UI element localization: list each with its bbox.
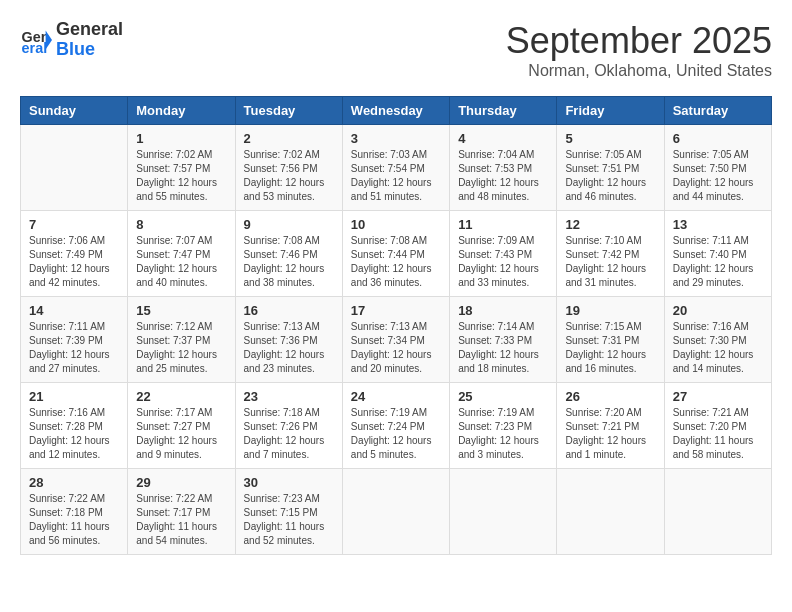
day-number: 6 [673, 131, 763, 146]
day-info: Sunrise: 7:15 AMSunset: 7:31 PMDaylight:… [565, 320, 655, 376]
calendar-title: September 2025 [506, 20, 772, 62]
day-info: Sunrise: 7:11 AMSunset: 7:39 PMDaylight:… [29, 320, 119, 376]
day-info: Sunrise: 7:16 AMSunset: 7:28 PMDaylight:… [29, 406, 119, 462]
calendar-cell: 19Sunrise: 7:15 AMSunset: 7:31 PMDayligh… [557, 297, 664, 383]
calendar-cell: 12Sunrise: 7:10 AMSunset: 7:42 PMDayligh… [557, 211, 664, 297]
day-info: Sunrise: 7:14 AMSunset: 7:33 PMDaylight:… [458, 320, 548, 376]
calendar-cell: 11Sunrise: 7:09 AMSunset: 7:43 PMDayligh… [450, 211, 557, 297]
calendar-cell: 3Sunrise: 7:03 AMSunset: 7:54 PMDaylight… [342, 125, 449, 211]
day-number: 18 [458, 303, 548, 318]
calendar-cell [557, 469, 664, 555]
day-number: 8 [136, 217, 226, 232]
day-info: Sunrise: 7:13 AMSunset: 7:34 PMDaylight:… [351, 320, 441, 376]
calendar-subtitle: Norman, Oklahoma, United States [506, 62, 772, 80]
page-header: Gen eral General Blue September 2025 Nor… [20, 20, 772, 80]
day-info: Sunrise: 7:04 AMSunset: 7:53 PMDaylight:… [458, 148, 548, 204]
week-row-5: 28Sunrise: 7:22 AMSunset: 7:18 PMDayligh… [21, 469, 772, 555]
day-number: 16 [244, 303, 334, 318]
calendar-cell [664, 469, 771, 555]
day-number: 23 [244, 389, 334, 404]
day-info: Sunrise: 7:11 AMSunset: 7:40 PMDaylight:… [673, 234, 763, 290]
day-number: 2 [244, 131, 334, 146]
day-info: Sunrise: 7:08 AMSunset: 7:46 PMDaylight:… [244, 234, 334, 290]
day-info: Sunrise: 7:12 AMSunset: 7:37 PMDaylight:… [136, 320, 226, 376]
calendar-cell: 18Sunrise: 7:14 AMSunset: 7:33 PMDayligh… [450, 297, 557, 383]
day-info: Sunrise: 7:21 AMSunset: 7:20 PMDaylight:… [673, 406, 763, 462]
day-number: 29 [136, 475, 226, 490]
day-info: Sunrise: 7:22 AMSunset: 7:17 PMDaylight:… [136, 492, 226, 548]
calendar-cell: 20Sunrise: 7:16 AMSunset: 7:30 PMDayligh… [664, 297, 771, 383]
calendar-cell: 8Sunrise: 7:07 AMSunset: 7:47 PMDaylight… [128, 211, 235, 297]
day-info: Sunrise: 7:10 AMSunset: 7:42 PMDaylight:… [565, 234, 655, 290]
logo-blue: Blue [56, 40, 123, 60]
calendar-cell: 13Sunrise: 7:11 AMSunset: 7:40 PMDayligh… [664, 211, 771, 297]
logo: Gen eral General Blue [20, 20, 123, 60]
calendar-table: SundayMondayTuesdayWednesdayThursdayFrid… [20, 96, 772, 555]
week-row-3: 14Sunrise: 7:11 AMSunset: 7:39 PMDayligh… [21, 297, 772, 383]
calendar-cell: 4Sunrise: 7:04 AMSunset: 7:53 PMDaylight… [450, 125, 557, 211]
day-number: 13 [673, 217, 763, 232]
day-number: 15 [136, 303, 226, 318]
calendar-cell [21, 125, 128, 211]
day-info: Sunrise: 7:19 AMSunset: 7:23 PMDaylight:… [458, 406, 548, 462]
day-number: 5 [565, 131, 655, 146]
logo-text: General Blue [56, 20, 123, 60]
day-number: 10 [351, 217, 441, 232]
day-number: 3 [351, 131, 441, 146]
calendar-cell: 7Sunrise: 7:06 AMSunset: 7:49 PMDaylight… [21, 211, 128, 297]
week-row-1: 1Sunrise: 7:02 AMSunset: 7:57 PMDaylight… [21, 125, 772, 211]
day-number: 26 [565, 389, 655, 404]
header-cell-wednesday: Wednesday [342, 97, 449, 125]
day-number: 1 [136, 131, 226, 146]
day-number: 9 [244, 217, 334, 232]
day-info: Sunrise: 7:19 AMSunset: 7:24 PMDaylight:… [351, 406, 441, 462]
calendar-cell: 21Sunrise: 7:16 AMSunset: 7:28 PMDayligh… [21, 383, 128, 469]
day-number: 27 [673, 389, 763, 404]
calendar-cell: 2Sunrise: 7:02 AMSunset: 7:56 PMDaylight… [235, 125, 342, 211]
day-info: Sunrise: 7:02 AMSunset: 7:57 PMDaylight:… [136, 148, 226, 204]
calendar-header-row: SundayMondayTuesdayWednesdayThursdayFrid… [21, 97, 772, 125]
day-info: Sunrise: 7:08 AMSunset: 7:44 PMDaylight:… [351, 234, 441, 290]
logo-general: General [56, 20, 123, 40]
header-cell-thursday: Thursday [450, 97, 557, 125]
calendar-cell [450, 469, 557, 555]
day-info: Sunrise: 7:17 AMSunset: 7:27 PMDaylight:… [136, 406, 226, 462]
calendar-cell: 29Sunrise: 7:22 AMSunset: 7:17 PMDayligh… [128, 469, 235, 555]
day-number: 20 [673, 303, 763, 318]
week-row-4: 21Sunrise: 7:16 AMSunset: 7:28 PMDayligh… [21, 383, 772, 469]
day-number: 28 [29, 475, 119, 490]
calendar-cell: 9Sunrise: 7:08 AMSunset: 7:46 PMDaylight… [235, 211, 342, 297]
day-number: 12 [565, 217, 655, 232]
calendar-cell: 24Sunrise: 7:19 AMSunset: 7:24 PMDayligh… [342, 383, 449, 469]
day-number: 30 [244, 475, 334, 490]
calendar-cell: 10Sunrise: 7:08 AMSunset: 7:44 PMDayligh… [342, 211, 449, 297]
calendar-cell: 1Sunrise: 7:02 AMSunset: 7:57 PMDaylight… [128, 125, 235, 211]
calendar-cell: 30Sunrise: 7:23 AMSunset: 7:15 PMDayligh… [235, 469, 342, 555]
day-info: Sunrise: 7:05 AMSunset: 7:51 PMDaylight:… [565, 148, 655, 204]
calendar-cell: 6Sunrise: 7:05 AMSunset: 7:50 PMDaylight… [664, 125, 771, 211]
day-number: 4 [458, 131, 548, 146]
day-info: Sunrise: 7:05 AMSunset: 7:50 PMDaylight:… [673, 148, 763, 204]
header-cell-friday: Friday [557, 97, 664, 125]
header-cell-tuesday: Tuesday [235, 97, 342, 125]
day-info: Sunrise: 7:22 AMSunset: 7:18 PMDaylight:… [29, 492, 119, 548]
calendar-cell: 15Sunrise: 7:12 AMSunset: 7:37 PMDayligh… [128, 297, 235, 383]
calendar-cell: 26Sunrise: 7:20 AMSunset: 7:21 PMDayligh… [557, 383, 664, 469]
day-number: 14 [29, 303, 119, 318]
calendar-cell: 25Sunrise: 7:19 AMSunset: 7:23 PMDayligh… [450, 383, 557, 469]
calendar-cell: 17Sunrise: 7:13 AMSunset: 7:34 PMDayligh… [342, 297, 449, 383]
week-row-2: 7Sunrise: 7:06 AMSunset: 7:49 PMDaylight… [21, 211, 772, 297]
title-section: September 2025 Norman, Oklahoma, United … [506, 20, 772, 80]
day-number: 25 [458, 389, 548, 404]
svg-text:eral: eral [22, 40, 48, 56]
day-number: 21 [29, 389, 119, 404]
day-info: Sunrise: 7:18 AMSunset: 7:26 PMDaylight:… [244, 406, 334, 462]
day-info: Sunrise: 7:07 AMSunset: 7:47 PMDaylight:… [136, 234, 226, 290]
calendar-cell: 16Sunrise: 7:13 AMSunset: 7:36 PMDayligh… [235, 297, 342, 383]
day-info: Sunrise: 7:20 AMSunset: 7:21 PMDaylight:… [565, 406, 655, 462]
day-info: Sunrise: 7:02 AMSunset: 7:56 PMDaylight:… [244, 148, 334, 204]
calendar-cell: 23Sunrise: 7:18 AMSunset: 7:26 PMDayligh… [235, 383, 342, 469]
day-info: Sunrise: 7:03 AMSunset: 7:54 PMDaylight:… [351, 148, 441, 204]
day-info: Sunrise: 7:13 AMSunset: 7:36 PMDaylight:… [244, 320, 334, 376]
day-number: 24 [351, 389, 441, 404]
